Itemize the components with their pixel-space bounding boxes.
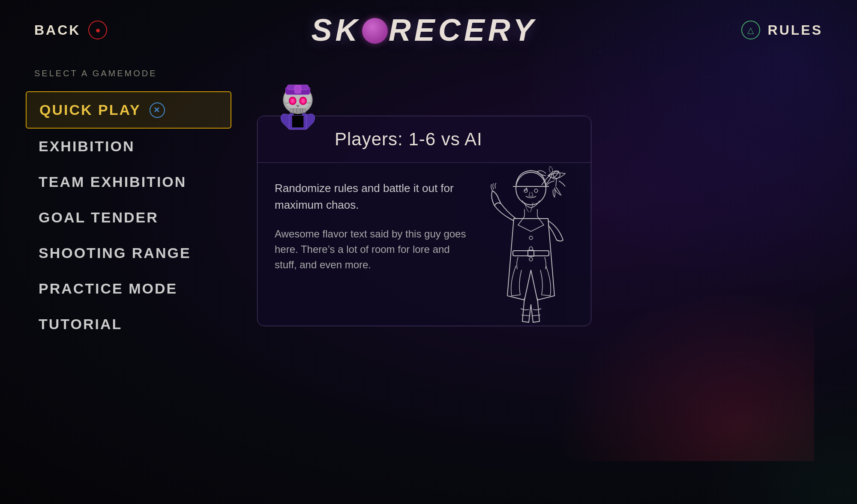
select-gamemode-label: SELECT A GAMEMODE xyxy=(26,69,231,78)
sidebar-item-tutorial[interactable]: TUTORIAL xyxy=(26,306,231,342)
svg-point-22 xyxy=(534,189,538,192)
svg-rect-27 xyxy=(528,250,534,256)
sidebar-item-exhibition[interactable]: EXHIBITION xyxy=(26,129,231,164)
svg-point-12 xyxy=(291,99,294,103)
sidebar-item-goal-tender[interactable]: GOAL TENDER xyxy=(26,200,231,235)
info-card: Players: 1-6 vs AI Randomize rules and b… xyxy=(257,116,591,326)
svg-point-25 xyxy=(529,258,533,261)
sidebar-item-label: TEAM EXHIBITION xyxy=(39,174,186,190)
sidebar-item-label: SHOOTING RANGE xyxy=(39,245,191,261)
quick-play-icon: ✕ xyxy=(150,102,165,118)
sidebar: SELECT A GAMEMODE QUICK PLAY ✕ EXHIBITIO… xyxy=(0,60,231,504)
sidebar-item-label: QUICK PLAY xyxy=(39,102,141,118)
card-flavor-text: Awesome flavor text said by this guy goe… xyxy=(275,226,472,273)
svg-point-23 xyxy=(529,236,533,240)
main-layout: SELECT A GAMEMODE QUICK PLAY ✕ EXHIBITIO… xyxy=(0,60,857,504)
svg-point-24 xyxy=(529,247,533,250)
sidebar-item-team-exhibition[interactable]: TEAM EXHIBITION xyxy=(26,164,231,200)
rules-label: RULES xyxy=(768,22,823,38)
sidebar-item-label: PRACTICE MODE xyxy=(39,280,177,297)
info-card-wrapper: Players: 1-6 vs AI Randomize rules and b… xyxy=(257,116,591,326)
sidebar-item-label: GOAL TENDER xyxy=(39,209,159,226)
svg-point-20 xyxy=(516,172,546,205)
rules-button[interactable]: △ RULES xyxy=(741,21,823,39)
sidebar-item-practice-mode[interactable]: PRACTICE MODE xyxy=(26,271,231,306)
card-body: Randomize rules and battle it out for ma… xyxy=(258,163,591,326)
back-label: BACK xyxy=(34,22,81,38)
card-description: Randomize rules and battle it out for ma… xyxy=(275,180,472,213)
content-panel: Players: 1-6 vs AI Randomize rules and b… xyxy=(231,60,857,504)
header: BACK ● SKRECERY △ RULES xyxy=(0,0,857,60)
svg-point-13 xyxy=(301,99,305,103)
players-text: Players: 1-6 vs AI xyxy=(335,129,482,150)
character-illustration xyxy=(462,163,591,326)
sidebar-item-quick-play[interactable]: QUICK PLAY ✕ xyxy=(26,91,231,129)
sidebar-item-label: EXHIBITION xyxy=(39,138,135,155)
svg-rect-1 xyxy=(292,115,304,127)
svg-rect-26 xyxy=(513,251,549,256)
svg-rect-7 xyxy=(295,86,301,93)
back-button[interactable]: BACK ● xyxy=(34,21,107,39)
rules-icon: △ xyxy=(741,21,760,39)
character-icon xyxy=(270,77,326,133)
sidebar-item-label: TUTORIAL xyxy=(39,316,122,333)
logo-orb xyxy=(362,18,388,44)
back-icon: ● xyxy=(88,21,107,39)
logo-text: SKRECERY xyxy=(312,12,537,48)
game-logo: SKRECERY xyxy=(312,12,537,48)
svg-rect-14 xyxy=(290,108,306,113)
sidebar-item-shooting-range[interactable]: SHOOTING RANGE xyxy=(26,235,231,271)
